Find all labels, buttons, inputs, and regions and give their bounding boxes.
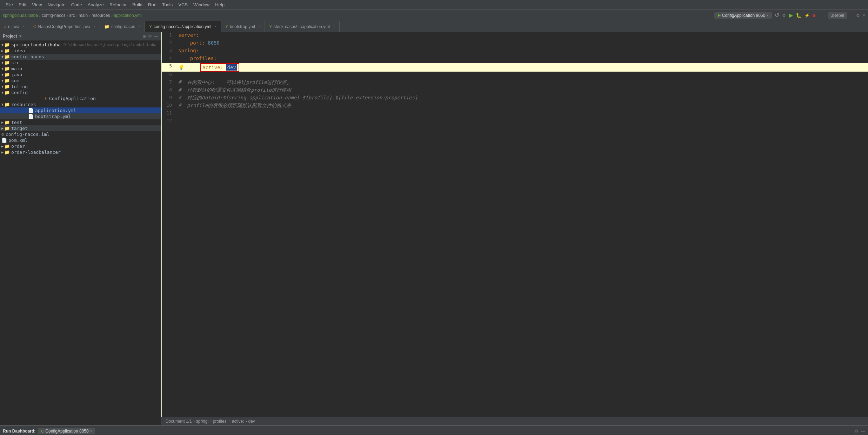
app-yml-icon: 📄 bbox=[28, 108, 34, 113]
menu-tools[interactable]: Tools bbox=[159, 2, 175, 7]
tree-order[interactable]: ▶ 📁 order bbox=[0, 143, 161, 149]
project-collapse-icon[interactable]: — bbox=[154, 34, 158, 39]
menu-run[interactable]: Run bbox=[145, 2, 159, 7]
resources-tri: ▼ bbox=[1, 103, 4, 106]
menu-help[interactable]: Help bbox=[212, 2, 227, 7]
tab-bootstrap-close[interactable]: × bbox=[258, 25, 260, 28]
root-folder-icon: 📁 bbox=[4, 42, 10, 47]
menu-navigate[interactable]: Navigate bbox=[45, 2, 68, 7]
code-line-11: 11 bbox=[161, 110, 868, 118]
tab-nacos-config-props[interactable]: C NacosConfigProperties.java × bbox=[29, 21, 100, 32]
menu-refactor[interactable]: Refactor bbox=[107, 2, 129, 7]
status-active: active: bbox=[232, 419, 244, 424]
run-config-dropdown[interactable]: ▶ ConfigApplication 8050 ▾ bbox=[714, 12, 772, 19]
top-toolbar: springcloudalibaba › config-nacos › src … bbox=[0, 10, 868, 21]
tree-root[interactable]: ▼ 📁 springcloudalibaba D:\ideaworkspace\… bbox=[0, 42, 161, 48]
tab-njava[interactable]: J n.java × bbox=[0, 21, 29, 32]
menu-analyze[interactable]: Analyze bbox=[85, 2, 107, 7]
src-label: src bbox=[11, 60, 19, 65]
root-path: D:\ideaworkspace\java\springcloudalibaba bbox=[64, 42, 156, 47]
project-breadcrumb: springcloudalibaba › config-nacos › src … bbox=[3, 13, 142, 18]
run-app-close[interactable]: × bbox=[90, 429, 92, 433]
tab-application-yml[interactable]: Y config-nacos\...\application.yml × bbox=[145, 21, 221, 32]
refresh-icon[interactable]: ↺ bbox=[775, 12, 779, 19]
iml-label: config-nacos.iml bbox=[6, 132, 49, 137]
tab-stock-application-yml[interactable]: Y stock-nacos\...\application.yml × bbox=[265, 21, 340, 32]
menu-code[interactable]: Code bbox=[68, 2, 85, 7]
tree-config-app[interactable]: C ConfigApplication bbox=[0, 95, 161, 101]
tab-njava-close[interactable]: × bbox=[22, 25, 25, 28]
tab-bootstrap-yml[interactable]: Y bootstrap.yml × bbox=[221, 21, 265, 32]
project-dropdown-icon[interactable]: ▾ bbox=[19, 34, 21, 39]
config-nacos-folder-icon: 📁 bbox=[4, 54, 10, 59]
menu-build[interactable]: Build bbox=[129, 2, 145, 7]
menu-file[interactable]: File bbox=[3, 2, 16, 7]
dashboard-settings-icon[interactable]: ⚙ bbox=[854, 429, 858, 434]
root-label: springcloudalibaba bbox=[11, 42, 61, 47]
menu-edit[interactable]: Edit bbox=[16, 2, 29, 7]
tree-src[interactable]: ▼ 📁 src bbox=[0, 60, 161, 66]
tree-java[interactable]: ▼ 📁 java bbox=[0, 72, 161, 78]
code-editor[interactable]: 1 server: 2 port: 8050 3 spring: 4 profi… bbox=[161, 32, 868, 417]
tree-resources[interactable]: ▼ 📁 resources bbox=[0, 101, 161, 107]
tree-config-nacos[interactable]: ▼ 📁 config-nacos bbox=[0, 54, 161, 60]
tab-config-nacos-close[interactable]: × bbox=[138, 25, 140, 28]
code-line-6: 6 bbox=[161, 72, 868, 79]
tab-nacos-close[interactable]: × bbox=[93, 25, 95, 28]
stop-icon[interactable]: ■ bbox=[813, 13, 815, 18]
code-line-5: 5 💡 active: dev bbox=[161, 63, 868, 72]
tuling-label: tuling bbox=[11, 84, 28, 89]
tree-main[interactable]: ▼ 📁 main bbox=[0, 66, 161, 72]
iml-icon: ⚙ bbox=[1, 132, 4, 137]
tree-test[interactable]: ▶ 📁 test bbox=[0, 119, 161, 125]
tree-tuling[interactable]: ▼ 📁 tuling bbox=[0, 84, 161, 90]
main-tri: ▼ bbox=[1, 67, 4, 71]
tab-bootstrap-icon: Y bbox=[225, 24, 228, 29]
main-label: main bbox=[11, 66, 22, 71]
close-icon[interactable]: × bbox=[863, 13, 865, 18]
resources-label: resources bbox=[11, 102, 36, 107]
menu-window[interactable]: Window bbox=[191, 2, 212, 7]
tree-order-lb[interactable]: ▶ 📁 order-loadbalancer bbox=[0, 149, 161, 155]
com-folder-icon: 📁 bbox=[4, 78, 10, 83]
code-line-7: 7 # 在配置中心: 可以通过profile进行设置, bbox=[161, 79, 868, 87]
project-scope-icon[interactable]: ⊕ bbox=[142, 34, 146, 39]
tab-stock-close[interactable]: × bbox=[333, 25, 335, 28]
code-line-2: 2 port: 8050 bbox=[161, 40, 868, 48]
menu-vcs[interactable]: VCS bbox=[175, 2, 191, 7]
run-icon[interactable]: ▶ bbox=[789, 12, 793, 19]
debug-icon[interactable]: 🐛 bbox=[796, 13, 802, 18]
build-icon[interactable]: ⚙ bbox=[782, 13, 786, 18]
tab-config-nacos[interactable]: 📁 config-nacos × bbox=[100, 21, 145, 32]
java-tri: ▼ bbox=[1, 73, 4, 77]
dashboard-minimize-icon[interactable]: — bbox=[861, 429, 865, 434]
menu-view[interactable]: View bbox=[29, 2, 45, 7]
target-folder-icon: 📁 bbox=[4, 126, 10, 131]
tree-config-pkg[interactable]: ▼ 📁 config bbox=[0, 90, 161, 95]
order-folder-icon: 📁 bbox=[4, 144, 10, 149]
tab-yaml-icon: Y bbox=[149, 24, 152, 29]
status-doc: Document 1/1 bbox=[166, 419, 192, 424]
src-tri: ▼ bbox=[1, 61, 4, 65]
tuling-tri: ▼ bbox=[1, 85, 4, 88]
config-pkg-tri: ▼ bbox=[1, 91, 4, 94]
root-tri: ▼ bbox=[1, 43, 4, 47]
tree-bootstrap-yml[interactable]: 📄 bootstrap.yml bbox=[0, 113, 161, 119]
order-lb-label: order-loadbalancer bbox=[11, 150, 61, 155]
settings-icon[interactable]: ⚙ bbox=[856, 13, 860, 18]
run-app-chip[interactable]: C ConfigApplication 8050 × bbox=[38, 428, 95, 434]
project-label: Project bbox=[3, 34, 17, 39]
tree-com[interactable]: ▼ 📁 com bbox=[0, 78, 161, 84]
run-app-icon: C bbox=[41, 429, 44, 433]
tree-config-nacos-iml[interactable]: ⚙ config-nacos.iml bbox=[0, 131, 161, 137]
run-with-coverage-icon[interactable]: ⚡ bbox=[804, 13, 810, 18]
resources-folder-icon: 📁 bbox=[4, 102, 10, 107]
tree-idea[interactable]: ▶ 📁 .idea bbox=[0, 48, 161, 54]
tree-target[interactable]: ▶ 📁 target bbox=[0, 125, 161, 131]
project-settings-icon[interactable]: ⚙ bbox=[148, 34, 152, 39]
config-app-java-icon: C bbox=[45, 96, 48, 101]
tree-pom-xml[interactable]: 📄 pom.xml bbox=[0, 137, 161, 143]
tab-yaml-close[interactable]: × bbox=[214, 25, 216, 28]
run-dashboard-header: Run Dashboard: C ConfigApplication 8050 … bbox=[0, 426, 868, 435]
tree-application-yml[interactable]: 📄 application.yml bbox=[0, 107, 161, 113]
